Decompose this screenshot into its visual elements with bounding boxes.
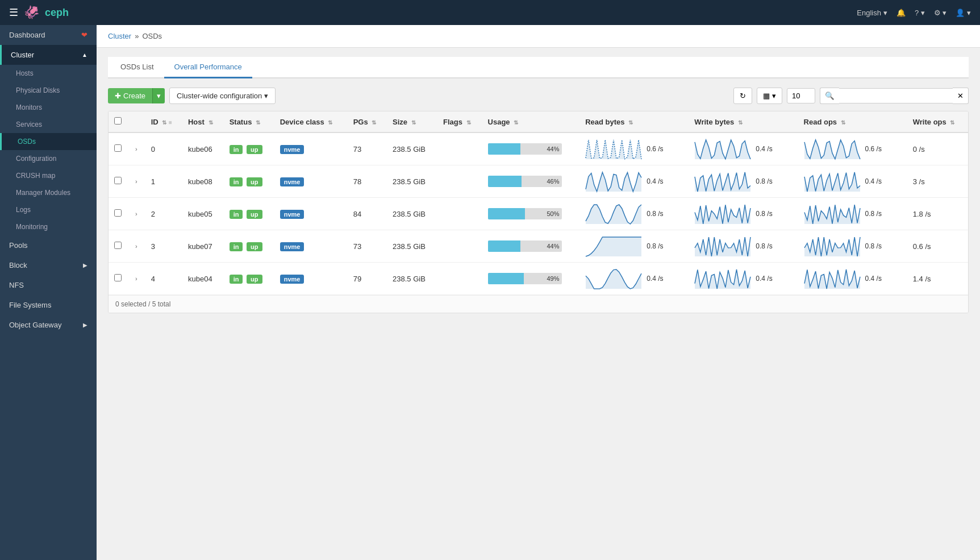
sidebar-item-file-systems[interactable]: File Systems	[0, 295, 97, 315]
sort-flags-icon: ⇅	[466, 119, 471, 126]
sidebar-item-nfs[interactable]: NFS	[0, 275, 97, 295]
sidebar-sub-monitoring[interactable]: Monitoring	[0, 218, 97, 235]
row-expand-button-3[interactable]: ›	[133, 242, 140, 251]
col-device-class[interactable]: Device class ⇅	[274, 111, 348, 132]
row-expand-cell[interactable]: ›	[127, 230, 145, 263]
search-clear-button[interactable]: ✕	[953, 88, 969, 104]
row-status-1: in up	[224, 165, 274, 198]
row-expand-cell[interactable]: ›	[127, 132, 145, 165]
tab-overall-performance[interactable]: Overall Performance	[164, 57, 252, 78]
select-all-checkbox-header[interactable]	[109, 111, 127, 132]
heart-icon: ❤	[81, 31, 87, 39]
col-id[interactable]: ID ⇅ ≡	[145, 111, 182, 132]
page-size-input[interactable]	[787, 88, 815, 103]
col-usage[interactable]: Usage ⇅	[482, 111, 580, 132]
help-icon[interactable]: ? ▾	[915, 9, 925, 17]
search-group: 🔍 ✕	[820, 88, 969, 104]
main-content: Cluster » OSDs OSDs List Overall Perform…	[97, 25, 980, 560]
refresh-button[interactable]: ↻	[733, 88, 752, 104]
badge-up-1: up	[247, 177, 262, 186]
tabs: OSDs List Overall Performance	[108, 57, 969, 78]
sidebar-sub-configuration[interactable]: Configuration	[0, 150, 97, 167]
row-checkbox-cell[interactable]	[109, 165, 127, 198]
row-checkbox-cell[interactable]	[109, 230, 127, 263]
col-size[interactable]: Size ⇅	[387, 111, 437, 132]
columns-button[interactable]: ▦ ▾	[757, 88, 782, 104]
sidebar-item-pools[interactable]: Pools	[0, 235, 97, 255]
row-usage-0: 44%	[482, 132, 580, 165]
row-id-2: 2	[145, 198, 182, 230]
row-checkbox-2[interactable]	[114, 209, 122, 217]
row-expand-button-0[interactable]: ›	[133, 144, 140, 154]
row-expand-button-4[interactable]: ›	[133, 274, 140, 283]
search-icon-button[interactable]: 🔍	[820, 88, 839, 104]
row-expand-cell[interactable]: ›	[127, 263, 145, 295]
language-selector[interactable]: English ▾	[857, 9, 887, 17]
row-expand-button-2[interactable]: ›	[133, 209, 140, 218]
settings-icon[interactable]: ⚙ ▾	[934, 9, 947, 17]
sidebar-sub-osds[interactable]: OSDs	[0, 133, 97, 150]
row-checkbox-0[interactable]	[114, 144, 122, 152]
row-checkbox-4[interactable]	[114, 274, 122, 281]
row-device-class-4: nvme	[274, 263, 348, 295]
sidebar-item-cluster[interactable]: Cluster ▲	[0, 45, 97, 65]
row-write-bytes-3: 0.8 /s	[689, 230, 798, 263]
sidebar-sub-logs[interactable]: Logs	[0, 201, 97, 218]
col-read-bytes[interactable]: Read bytes ⇅	[579, 111, 689, 132]
row-status-4: in up	[224, 263, 274, 295]
notifications-icon[interactable]: 🔔	[896, 9, 906, 17]
sidebar-sub-hosts[interactable]: Hosts	[0, 65, 97, 82]
select-all-checkbox[interactable]	[114, 117, 122, 125]
hamburger-icon[interactable]: ☰	[9, 6, 18, 19]
row-host-1: kube08	[182, 165, 224, 198]
col-flags[interactable]: Flags ⇅	[437, 111, 482, 132]
sort-read-bytes-icon: ⇅	[628, 119, 633, 126]
row-id-0: 0	[145, 132, 182, 165]
row-expand-cell[interactable]: ›	[127, 165, 145, 198]
create-button[interactable]: ✚ Create	[108, 88, 152, 103]
col-write-bytes[interactable]: Write bytes ⇅	[689, 111, 798, 132]
col-host[interactable]: Host ⇅	[182, 111, 224, 132]
row-checkbox-cell[interactable]	[109, 263, 127, 295]
col-write-ops[interactable]: Write ops ⇅	[907, 111, 968, 132]
col-pgs[interactable]: PGs ⇅	[348, 111, 387, 132]
row-usage-4: 49%	[482, 263, 580, 295]
badge-nvme-1: nvme	[280, 177, 305, 186]
breadcrumb-separator: »	[135, 32, 139, 40]
create-dropdown-button[interactable]: ▾	[152, 88, 165, 103]
sidebar-sub-monitors[interactable]: Monitors	[0, 99, 97, 116]
row-checkbox-3[interactable]	[114, 242, 122, 249]
row-device-class-0: nvme	[274, 132, 348, 165]
sidebar-item-dashboard[interactable]: Dashboard ❤	[0, 25, 97, 45]
sidebar-item-block[interactable]: Block ▶	[0, 255, 97, 275]
badge-in-1: in	[230, 177, 243, 186]
row-pgs-2: 84	[348, 198, 387, 230]
cluster-config-button[interactable]: Cluster-wide configuration ▾	[169, 88, 276, 104]
row-checkbox-1[interactable]	[114, 177, 122, 184]
row-write-ops-0: 0 /s	[907, 132, 968, 165]
table-row: › 4 kube04 in up nvme 79 238.5 GiB 49%	[109, 263, 968, 295]
sidebar-sub-manager-modules[interactable]: Manager Modules	[0, 184, 97, 201]
col-read-ops[interactable]: Read ops ⇅	[798, 111, 907, 132]
sidebar-sub-physical-disks[interactable]: Physical Disks	[0, 82, 97, 99]
col-status[interactable]: Status ⇅	[224, 111, 274, 132]
row-checkbox-cell[interactable]	[109, 132, 127, 165]
tab-osds-list[interactable]: OSDs List	[110, 57, 164, 78]
navbar-right: English ▾ 🔔 ? ▾ ⚙ ▾ 👤 ▾	[857, 9, 971, 17]
user-icon[interactable]: 👤 ▾	[956, 9, 971, 17]
row-size-1: 238.5 GiB	[387, 165, 437, 198]
row-expand-cell[interactable]: ›	[127, 198, 145, 230]
row-read-bytes-0: 0.6 /s	[579, 132, 689, 165]
breadcrumb-cluster[interactable]: Cluster	[108, 32, 131, 40]
row-checkbox-cell[interactable]	[109, 198, 127, 230]
search-input[interactable]	[839, 88, 953, 103]
sidebar-sub-services[interactable]: Services	[0, 116, 97, 133]
sort-device-icon: ⇅	[328, 119, 332, 126]
chevron-right-gateway-icon: ▶	[83, 322, 87, 328]
row-write-ops-3: 0.6 /s	[907, 230, 968, 263]
row-expand-button-1[interactable]: ›	[133, 177, 140, 186]
sidebar-sub-crush-map[interactable]: CRUSH map	[0, 167, 97, 184]
svg-marker-9	[586, 237, 641, 256]
sidebar-item-object-gateway[interactable]: Object Gateway ▶	[0, 315, 97, 335]
table-row: › 0 kube06 in up nvme 73 238.5 GiB 44%	[109, 132, 968, 165]
